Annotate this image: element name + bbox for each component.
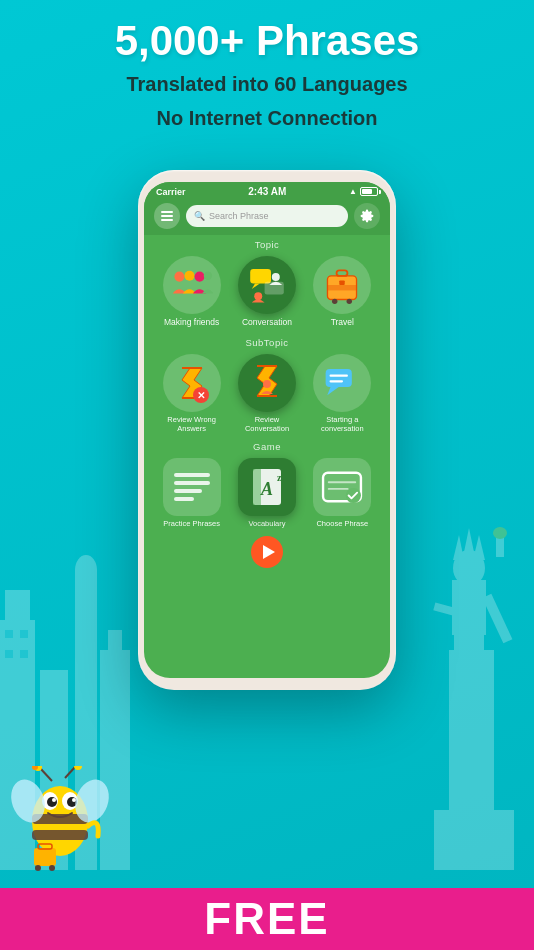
svg-point-25	[184, 271, 194, 281]
svg-point-31	[272, 273, 280, 281]
play-triangle-icon	[263, 545, 275, 559]
hourglass-active-icon	[253, 364, 281, 398]
choose-phrase-icon-wrap	[313, 458, 371, 516]
svg-rect-3	[20, 630, 28, 638]
subtopic-grid: ✕ Review Wrong Answers	[144, 350, 390, 437]
vocabulary-icon-wrap: A z	[238, 458, 296, 516]
topic-label-making-friends: Making friends	[164, 317, 219, 327]
gear-icon	[360, 209, 374, 223]
svg-point-76	[49, 865, 55, 871]
svg-rect-23	[433, 603, 454, 616]
search-row: 🔍 Search Phrase	[144, 199, 390, 235]
search-icon: 🔍	[194, 211, 205, 221]
svg-point-69	[52, 798, 56, 802]
game-section-label: Game	[144, 437, 390, 454]
conversation-icon-wrap	[238, 256, 296, 314]
game-grid: Practice Phrases A z	[144, 454, 390, 532]
svg-point-24	[174, 272, 184, 282]
subtopic-item-starting-conversation[interactable]: Starting a conversation	[307, 354, 377, 433]
review-conversation-icon-wrap	[238, 354, 296, 412]
carrier-label: Carrier	[156, 187, 186, 197]
svg-point-27	[203, 272, 211, 280]
svg-rect-2	[5, 630, 13, 638]
play-button[interactable]	[251, 536, 283, 568]
game-item-practice-phrases[interactable]: Practice Phrases	[157, 458, 227, 528]
wifi-icon: ▲	[349, 187, 357, 196]
phone-screen: Carrier 2:43 AM ▲ 🔍 Search Phrase	[144, 182, 390, 678]
luggage-icon	[323, 265, 361, 305]
free-bar: FREE	[0, 888, 534, 950]
making-friends-icon-wrap	[163, 256, 221, 314]
svg-rect-45	[326, 369, 352, 387]
svg-point-75	[35, 865, 41, 871]
topic-label-conversation: Conversation	[242, 317, 292, 327]
subtopic-label-review-conversation: Review Conversation	[232, 415, 302, 433]
svg-text:z: z	[277, 472, 282, 483]
headline: 5,000+ Phrases	[0, 18, 534, 64]
svg-rect-50	[253, 469, 261, 505]
game-label-choose-phrase: Choose Phrase	[316, 519, 368, 528]
svg-rect-36	[328, 285, 357, 290]
practice-phrases-icon-wrap	[163, 458, 221, 516]
review-wrong-icon-wrap: ✕	[163, 354, 221, 412]
hamburger-button[interactable]	[154, 203, 180, 229]
book-icon: A z	[247, 465, 287, 509]
svg-marker-19	[473, 535, 485, 560]
phone-frame: Carrier 2:43 AM ▲ 🔍 Search Phrase	[138, 170, 396, 690]
phone-mockup: Carrier 2:43 AM ▲ 🔍 Search Phrase	[138, 170, 396, 690]
free-label: FREE	[204, 894, 329, 944]
header-section: 5,000+ Phrases Translated into 60 Langua…	[0, 0, 534, 132]
svg-line-60	[65, 767, 75, 778]
svg-rect-35	[337, 270, 348, 275]
status-icons: ▲	[349, 187, 378, 196]
subtopic-label-starting-conv: Starting a conversation	[307, 415, 377, 433]
settings-button[interactable]	[354, 203, 380, 229]
travel-icon-wrap	[313, 256, 371, 314]
subtopic-item-review-conversation[interactable]: Review Conversation	[232, 354, 302, 433]
subheadline-line2: No Internet Connection	[0, 104, 534, 132]
review-conv-container	[253, 364, 281, 402]
game-label-vocabulary: Vocabulary	[248, 519, 285, 528]
time-label: 2:43 AM	[248, 186, 286, 197]
topic-item-making-friends[interactable]: Making friends	[157, 256, 227, 327]
svg-text:A: A	[260, 479, 273, 499]
topic-grid: Making friends	[144, 252, 390, 333]
svg-point-26	[194, 272, 204, 282]
svg-rect-15	[452, 580, 486, 635]
conversation-icon	[247, 267, 287, 303]
svg-rect-10	[108, 630, 122, 650]
svg-point-44	[263, 380, 271, 388]
speech-bubble-icon	[324, 367, 360, 399]
topic-item-travel[interactable]: Travel	[307, 256, 377, 327]
svg-rect-73	[34, 848, 56, 866]
lines-icon	[168, 467, 216, 507]
people-icon	[171, 266, 213, 304]
topic-item-conversation[interactable]: Conversation	[232, 256, 302, 327]
svg-marker-18	[463, 528, 475, 557]
status-bar: Carrier 2:43 AM ▲	[144, 182, 390, 199]
starting-conv-icon-wrap	[313, 354, 371, 412]
x-overlay: ✕	[193, 387, 209, 403]
game-item-vocabulary[interactable]: A z Vocabulary	[232, 458, 302, 528]
statue-silhouette	[414, 450, 534, 870]
svg-point-30	[254, 292, 262, 300]
bee-svg	[10, 766, 120, 886]
svg-point-61	[74, 766, 82, 770]
checkbox-icon	[321, 469, 363, 505]
svg-point-37	[332, 299, 337, 304]
search-placeholder: Search Phrase	[209, 211, 269, 221]
bee-character	[10, 766, 120, 890]
game-item-choose-phrase[interactable]: Choose Phrase	[307, 458, 377, 528]
svg-rect-20	[482, 594, 512, 644]
svg-marker-29	[252, 283, 260, 289]
subtopic-label-review-wrong: Review Wrong Answers	[157, 415, 227, 433]
svg-point-22	[493, 527, 507, 539]
topic-label-travel: Travel	[331, 317, 354, 327]
svg-point-8	[75, 555, 97, 585]
subtopic-item-review-wrong[interactable]: ✕ Review Wrong Answers	[157, 354, 227, 433]
svg-rect-1	[5, 590, 30, 620]
search-box[interactable]: 🔍 Search Phrase	[186, 205, 348, 227]
svg-line-57	[40, 768, 52, 781]
svg-rect-14	[434, 810, 514, 870]
svg-marker-46	[328, 387, 339, 395]
